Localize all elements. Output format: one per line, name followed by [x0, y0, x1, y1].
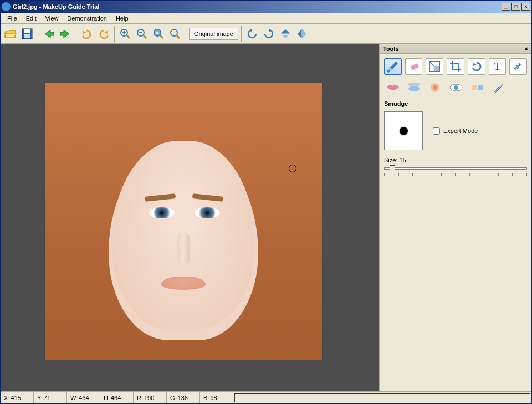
status-w: W:464	[67, 392, 100, 403]
tools-panel: Tools × T	[379, 44, 531, 391]
toolbar-separator	[241, 26, 242, 42]
original-image-button[interactable]: Original image	[189, 28, 238, 40]
svg-point-26	[454, 85, 458, 90]
flip-vertical-button[interactable]	[278, 26, 293, 42]
status-r: R:190	[134, 392, 167, 403]
app-icon	[2, 2, 11, 11]
crop-tool-button[interactable]	[447, 58, 464, 75]
tools-panel-titlebar[interactable]: Tools ×	[380, 44, 531, 54]
open-icon	[4, 29, 17, 39]
maximize-button[interactable]: □	[511, 3, 520, 11]
menu-file[interactable]: File	[3, 14, 22, 23]
image-content	[177, 232, 190, 265]
tool-row-2	[384, 79, 527, 96]
lips-tool-icon	[386, 83, 400, 93]
undo-tool-icon	[470, 60, 483, 73]
svg-point-21	[408, 86, 420, 91]
brush-dot-icon	[400, 127, 408, 135]
open-button[interactable]	[3, 26, 18, 42]
crop-tool-icon	[449, 60, 462, 73]
zoom-fit-button[interactable]	[151, 26, 166, 42]
save-button[interactable]	[19, 26, 35, 42]
slider-ticks	[384, 173, 527, 177]
text-tool-button[interactable]: T	[489, 58, 507, 75]
redo-button[interactable]	[96, 26, 111, 42]
brush-preview[interactable]	[384, 111, 423, 150]
eraser-tool-icon	[408, 60, 420, 73]
settings-tool-button[interactable]	[509, 58, 527, 75]
svg-rect-12	[156, 31, 159, 34]
pencil-tool-button[interactable]	[489, 79, 507, 96]
svg-point-24	[433, 85, 437, 90]
toolbar-separator	[76, 26, 76, 42]
tools-panel-body: T Smudge	[380, 54, 531, 186]
back-button[interactable]	[41, 26, 57, 42]
undo-button[interactable]	[79, 26, 95, 42]
status-b: B:98	[200, 392, 233, 403]
image-content	[192, 193, 224, 202]
expert-mode-label: Expert Mode	[443, 127, 478, 134]
rotate-ccw-button[interactable]	[244, 26, 260, 42]
lips-tool-button[interactable]	[384, 79, 402, 96]
size-slider[interactable]	[384, 166, 527, 181]
pencil-tool-icon	[492, 81, 504, 94]
blush-tool-button[interactable]	[426, 79, 444, 96]
image-content	[161, 277, 206, 290]
expert-mode-checkbox[interactable]: Expert Mode	[433, 127, 478, 135]
statusbar: X:415 Y:71 W:464 H:464 R:190 G:136 B:98	[1, 391, 531, 403]
menu-demonstration[interactable]: Demonstration	[63, 14, 111, 23]
skin-tool-icon	[470, 83, 484, 93]
save-icon	[22, 28, 33, 39]
image-content	[111, 141, 255, 329]
menu-help[interactable]: Help	[111, 14, 133, 23]
content-area: Tools × T	[1, 44, 531, 391]
status-x: X:415	[1, 392, 34, 403]
svg-point-10	[154, 29, 161, 36]
image-canvas[interactable]	[45, 83, 322, 360]
size-label: Size: 15	[384, 157, 527, 163]
tool-row-1: T	[384, 58, 527, 75]
rotate-ccw-icon	[247, 28, 258, 39]
menubar: File Edit View Demonstration Help	[1, 13, 531, 24]
undo-icon	[81, 29, 93, 39]
smudge-tool-button[interactable]	[384, 58, 402, 75]
svg-point-13	[171, 29, 177, 36]
tools-panel-close-button[interactable]: ×	[525, 45, 528, 52]
menu-edit[interactable]: Edit	[22, 14, 41, 23]
svg-rect-20	[434, 66, 439, 71]
minimize-button[interactable]: _	[502, 3, 510, 11]
eyeshadow-tool-button[interactable]	[405, 79, 423, 96]
flip-horizontal-icon	[296, 28, 308, 39]
status-y: Y:71	[34, 392, 67, 403]
zoom-100-icon	[170, 28, 181, 39]
zoom-100-button[interactable]	[167, 26, 183, 42]
zoom-in-button[interactable]	[117, 26, 133, 42]
expert-mode-input[interactable]	[433, 127, 440, 135]
canvas-area[interactable]	[1, 44, 379, 391]
back-arrow-icon	[43, 29, 55, 39]
close-button[interactable]: ×	[521, 3, 530, 11]
eraser-tool-button[interactable]	[405, 58, 423, 75]
menu-view[interactable]: View	[41, 14, 63, 23]
zoom-out-icon	[136, 28, 147, 39]
resize-tool-button[interactable]	[426, 58, 443, 75]
titlebar[interactable]: Girl2.jpg - MakeUp Guide Trial _ □ ×	[1, 1, 531, 13]
flip-vertical-icon	[280, 28, 291, 39]
svg-rect-2	[24, 34, 30, 38]
flip-horizontal-button[interactable]	[294, 26, 310, 42]
eyecolor-tool-button[interactable]	[447, 79, 465, 96]
rotate-cw-button[interactable]	[261, 26, 277, 42]
current-tool-label: Smudge	[384, 100, 527, 107]
skin-tool-button[interactable]	[468, 79, 486, 96]
zoom-out-button[interactable]	[134, 26, 150, 42]
svg-rect-18	[410, 63, 419, 70]
undo-tool-button[interactable]	[468, 58, 485, 75]
brush-cursor	[289, 165, 296, 172]
slider-track	[384, 167, 527, 170]
svg-line-11	[160, 35, 163, 38]
forward-button[interactable]	[58, 26, 73, 42]
toolbar-separator	[38, 26, 38, 42]
text-tool-icon: T	[494, 61, 500, 73]
window-controls: _ □ ×	[502, 3, 530, 11]
app-window: Girl2.jpg - MakeUp Guide Trial _ □ × Fil…	[0, 0, 532, 404]
